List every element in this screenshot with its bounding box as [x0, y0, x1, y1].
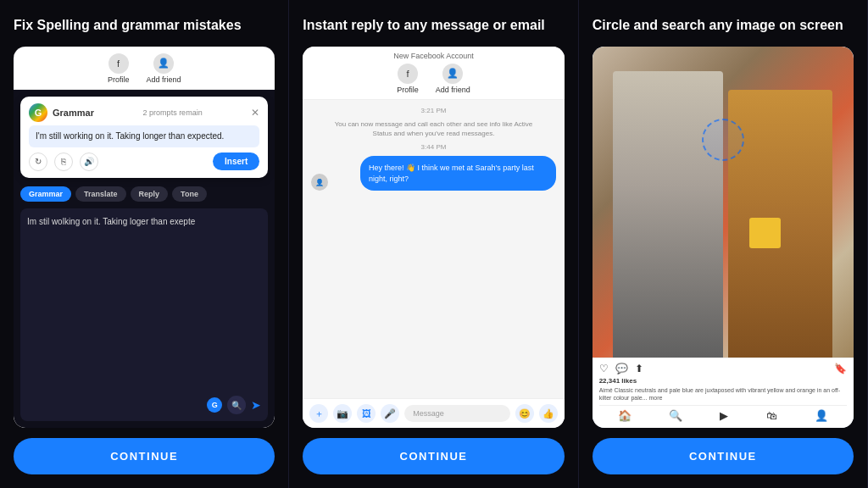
search-nav-icon[interactable]: 🔍: [669, 409, 682, 422]
messenger-addfriend-icon: 👤: [442, 64, 463, 84]
panel-title-messenger: Instant reply to any message or email: [303, 17, 564, 35]
continue-button-image-search[interactable]: CONTINUE: [593, 438, 854, 474]
grammar-input-text[interactable]: Im stil wolking on it. Taking loger than…: [27, 215, 261, 396]
grammar-chips: Grammar Translate Reply Tone: [14, 183, 275, 205]
plus-icon[interactable]: ＋: [309, 404, 328, 423]
profile-nav-icon[interactable]: 👤: [815, 409, 828, 422]
phone-mockup-grammar: f Profile 👤 Add friend G Grammar 2 promp…: [14, 47, 275, 428]
insta-nav-bar: 🏠 🔍 ▶ 🛍 👤: [599, 405, 847, 424]
fb-addfriend-icon: 👤: [153, 53, 174, 74]
chip-grammar[interactable]: Grammar: [20, 186, 71, 202]
fb-profile-icon: f: [108, 53, 129, 74]
emoji-icon[interactable]: 😊: [515, 404, 534, 423]
messenger-addfriend-label: Add friend: [436, 86, 470, 94]
messenger-icons-row: f Profile 👤 Add friend: [311, 64, 555, 94]
panel-title-image-search: Circle and search any image on screen: [593, 17, 854, 35]
time-label-2: 3:44 PM: [311, 143, 555, 151]
grammar-actions: ↻ ⎘ 🔊 Insert: [29, 152, 259, 171]
fashion-image: [593, 47, 854, 358]
fb-profile-item: f Profile: [108, 53, 130, 84]
fb-addfriend-label: Add friend: [146, 75, 181, 84]
image-icon[interactable]: 🖼: [357, 404, 376, 423]
new-fb-account-label: New Facebook Account: [311, 52, 555, 60]
chip-translate[interactable]: Translate: [75, 186, 126, 202]
message-input[interactable]: Message: [404, 405, 509, 422]
insta-action-icons: ♡ 💬 ⬆ 🔖: [599, 363, 847, 374]
grammar-screen: f Profile 👤 Add friend G Grammar 2 promp…: [14, 47, 275, 428]
messenger-profile-icon: f: [398, 64, 418, 84]
grammar-input-area: Im stil wolking on it. Taking loger than…: [20, 208, 268, 421]
panel-messenger: Instant reply to any message or email Ne…: [289, 0, 578, 488]
shop-nav-icon[interactable]: 🛍: [766, 409, 777, 422]
prompts-remain: 2 prompts remain: [143, 108, 203, 117]
messenger-profile-item: f Profile: [397, 64, 419, 94]
heart-icon[interactable]: ♡: [599, 363, 609, 374]
search-icon[interactable]: 🔍: [227, 396, 246, 414]
volume-icon[interactable]: 🔊: [80, 152, 98, 171]
copy-icon[interactable]: ⎘: [54, 152, 73, 171]
instagram-bottom-bar: ♡ 💬 ⬆ 🔖 22,341 likes Aimé Classic neutra…: [593, 358, 854, 428]
phone-mockup-messenger: New Facebook Account f Profile 👤 Add fri…: [303, 47, 564, 428]
insert-button[interactable]: Insert: [213, 152, 259, 170]
panel-image-search: Circle and search any image on screen: [579, 0, 868, 488]
messenger-addfriend-item: 👤 Add friend: [436, 64, 470, 94]
post-caption: Aimé Classic neutrals and pale blue are …: [599, 386, 847, 402]
time-label-1: 3:21 PM: [311, 107, 555, 114]
close-icon[interactable]: ✕: [251, 107, 259, 119]
bookmark-icon[interactable]: 🔖: [834, 363, 847, 374]
continue-button-grammar[interactable]: CONTINUE: [14, 438, 275, 474]
chat-bubble: Hey there! 👋 I think we met at Sarah's p…: [360, 156, 556, 191]
continue-button-messenger[interactable]: CONTINUE: [303, 438, 564, 474]
grammar-top-bar: f Profile 👤 Add friend: [14, 47, 275, 90]
grammar-popup: G Grammar 2 prompts remain ✕ I'm still w…: [20, 97, 268, 178]
reels-nav-icon[interactable]: ▶: [720, 409, 728, 422]
grammar-popup-label: Grammar: [53, 108, 94, 118]
image-search-screen: ♡ 💬 ⬆ 🔖 22,341 likes Aimé Classic neutra…: [593, 47, 854, 428]
messenger-profile-label: Profile: [397, 86, 419, 94]
messenger-screen: New Facebook Account f Profile 👤 Add fri…: [303, 47, 564, 428]
camera-icon[interactable]: 📷: [333, 404, 352, 423]
phone-mockup-image-search: ♡ 💬 ⬆ 🔖 22,341 likes Aimé Classic neutra…: [593, 47, 854, 428]
messenger-body: 3:21 PM You can now message and call eac…: [303, 100, 564, 398]
sender-avatar: 👤: [311, 174, 328, 191]
grammar-popup-header: G Grammar 2 prompts remain ✕: [29, 103, 259, 122]
comment-icon[interactable]: 💬: [615, 363, 628, 374]
messenger-input-row: ＋ 📷 🖼 🎤 Message 😊 👍: [303, 398, 564, 428]
likes-count: 22,341 likes: [599, 377, 847, 385]
circle-search-overlay: [702, 119, 744, 161]
thumbsup-icon[interactable]: 👍: [539, 404, 558, 423]
refresh-icon[interactable]: ↻: [29, 152, 47, 171]
small-g-logo[interactable]: G: [207, 397, 222, 413]
grammar-suggestion-text: I'm still working on it. Taking longer t…: [29, 125, 259, 147]
fb-addfriend-item: 👤 Add friend: [146, 53, 181, 84]
system-message: You can now message and call each other …: [311, 119, 555, 138]
share-icon[interactable]: ⬆: [635, 363, 643, 374]
panel-grammar: Fix Spelling and grammar mistakes f Prof…: [0, 0, 289, 488]
grammar-input-bottom: G 🔍 ➤: [27, 396, 261, 414]
send-icon[interactable]: ➤: [251, 398, 261, 412]
mic-icon[interactable]: 🎤: [381, 404, 399, 423]
g-logo: G: [29, 103, 47, 122]
home-nav-icon[interactable]: 🏠: [618, 409, 632, 422]
chip-tone[interactable]: Tone: [172, 186, 207, 202]
fb-profile-label: Profile: [108, 75, 130, 84]
chip-reply[interactable]: Reply: [131, 186, 169, 202]
panel-title-grammar: Fix Spelling and grammar mistakes: [14, 17, 275, 35]
messenger-top-bar: New Facebook Account f Profile 👤 Add fri…: [303, 47, 564, 100]
